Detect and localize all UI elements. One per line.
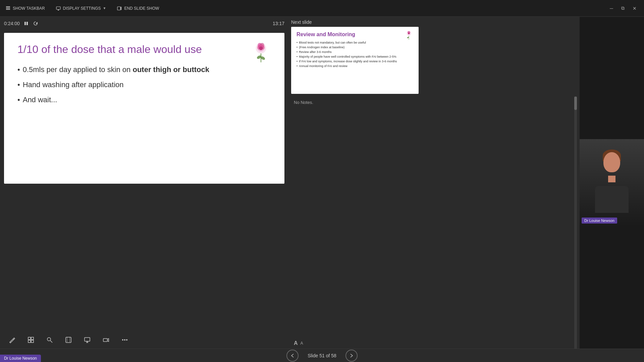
webcam-feed: Dr Louise Newson — [580, 139, 644, 226]
next-slide-label: Next slide — [291, 17, 577, 27]
notes-scrollbar[interactable] — [574, 97, 577, 349]
svg-rect-1 — [6, 8, 10, 8]
svg-rect-22 — [28, 337, 31, 340]
notes-area: No Notes. A A — [291, 97, 577, 349]
pen-tool-button[interactable] — [7, 335, 17, 345]
main-area: 0:24:00 13:17 — [0, 17, 644, 349]
font-decrease-button[interactable]: A — [301, 341, 303, 346]
next-bullet-4: Majority of people have well controlled … — [297, 55, 413, 58]
slide-logo — [248, 40, 274, 66]
timer-left: 0:24:00 — [4, 20, 39, 26]
svg-rect-24 — [28, 340, 31, 343]
search-tool-button[interactable] — [44, 335, 55, 345]
svg-rect-3 — [56, 7, 60, 9]
svg-rect-4 — [58, 10, 59, 10]
svg-line-21 — [10, 342, 10, 343]
slide-area: 0:24:00 13:17 — [0, 17, 288, 349]
bullet-2: Hand washing after application — [17, 80, 271, 90]
taskbar-icon — [5, 6, 11, 11]
more-options-button[interactable] — [119, 335, 130, 345]
notes-text: No Notes. — [294, 100, 313, 105]
font-increase-button[interactable]: A — [294, 340, 298, 346]
show-taskbar-button[interactable]: SHOW TASKBAR — [5, 6, 45, 11]
notes-text-controls: A A — [291, 338, 577, 349]
slide-counter: Slide 51 of 58 — [305, 353, 339, 358]
webcam-area: Dr Louise Newson — [580, 17, 644, 349]
close-button[interactable]: ✕ — [631, 5, 639, 12]
show-taskbar-label: SHOW TASKBAR — [13, 6, 45, 11]
person-body — [595, 186, 629, 213]
previous-slide-button[interactable] — [286, 350, 299, 362]
pause-button[interactable] — [23, 20, 29, 26]
svg-line-20 — [13, 339, 14, 340]
notes-content[interactable]: No Notes. — [291, 97, 577, 338]
next-bullet-1: Blood tests not mandatory, but can often… — [297, 41, 413, 44]
bullet-3: And wait... — [17, 95, 271, 105]
svg-point-26 — [47, 338, 51, 341]
window-controls: ─ ⧉ ✕ — [608, 5, 639, 12]
next-slide-title: Review and Monitoring — [297, 32, 413, 38]
bullet-1-text: 0.5mls per day applied to skin on outer … — [23, 65, 209, 75]
next-slide-preview: Review and Monitoring Blood tests not ma… — [291, 27, 419, 94]
display-settings-button[interactable]: DISPLAY SETTINGS ▼ — [56, 6, 106, 11]
svg-rect-8 — [26, 22, 28, 25]
svg-point-36 — [122, 339, 123, 341]
svg-point-42 — [408, 33, 410, 34]
timer-bar: 0:24:00 13:17 — [0, 17, 288, 30]
right-panel: Next slide Review and Monitoring Blood t… — [288, 17, 580, 349]
svg-line-27 — [50, 341, 52, 343]
bottom-presenter-badge: Dr Louise Newson — [0, 355, 41, 362]
svg-rect-25 — [31, 340, 34, 343]
svg-point-37 — [124, 339, 125, 341]
grid-view-button[interactable] — [25, 335, 36, 345]
svg-rect-7 — [24, 22, 26, 25]
notes-scrollbar-thumb[interactable] — [574, 97, 577, 110]
camera-button[interactable] — [101, 335, 111, 345]
top-bar: SHOW TASKBAR DISPLAY SETTINGS ▼ END SLID… — [0, 0, 644, 17]
next-bullet-5: If FAI low and symptoms, increase dose s… — [297, 60, 413, 63]
svg-point-16 — [259, 46, 263, 50]
display-icon — [56, 6, 61, 11]
next-slide-logo — [404, 30, 414, 44]
slide-title: 1/10 of the dose that a male would use — [17, 43, 271, 56]
person-neck — [608, 176, 615, 182]
next-slide-button[interactable] — [345, 350, 358, 362]
svg-rect-35 — [103, 339, 107, 342]
svg-rect-31 — [85, 338, 90, 341]
next-bullet-3: Review after 3-6 months — [297, 50, 413, 54]
display-settings-arrow: ▼ — [103, 6, 106, 10]
webcam-person — [580, 139, 644, 226]
elapsed-time: 0:24:00 — [4, 21, 20, 26]
svg-rect-23 — [31, 337, 34, 340]
restore-button[interactable]: ⧉ — [619, 5, 627, 12]
end-slideshow-button[interactable]: END SLIDE SHOW — [117, 6, 159, 11]
svg-rect-28 — [66, 337, 71, 343]
bullet-1: 0.5mls per day applied to skin on outer … — [17, 65, 271, 75]
next-slide-bullets: Blood tests not mandatory, but can often… — [297, 41, 413, 68]
slide-toolbar — [0, 331, 288, 349]
svg-rect-2 — [6, 9, 10, 10]
reset-button[interactable] — [33, 20, 39, 26]
next-bullet-6: Annual monitoring of FAI and review — [297, 64, 413, 68]
slide-bullets: 0.5mls per day applied to skin on outer … — [17, 65, 271, 105]
pointer-button[interactable] — [63, 335, 74, 345]
minimize-button[interactable]: ─ — [608, 5, 615, 12]
person-head — [603, 152, 620, 172]
display-settings-label: DISPLAY SETTINGS — [63, 6, 101, 11]
svg-rect-0 — [6, 6, 10, 7]
current-slide: 1/10 of the dose that a male would use 0… — [4, 33, 284, 184]
svg-point-38 — [126, 339, 127, 341]
webcam-name-badge: Dr Louise Newson — [582, 218, 617, 224]
next-bullet-2: (Free Androgen Index at baseline) — [297, 46, 413, 49]
end-slideshow-label: END SLIDE SHOW — [124, 6, 159, 11]
remaining-time: 13:17 — [273, 21, 284, 26]
svg-rect-6 — [121, 7, 121, 10]
slide-wrapper: 1/10 of the dose that a male would use 0… — [0, 30, 288, 331]
end-slideshow-icon — [117, 6, 122, 11]
screen-button[interactable] — [82, 335, 93, 345]
svg-rect-5 — [117, 7, 120, 10]
bottom-navigation-bar: Slide 51 of 58 Dr Louise Newson — [0, 349, 644, 362]
